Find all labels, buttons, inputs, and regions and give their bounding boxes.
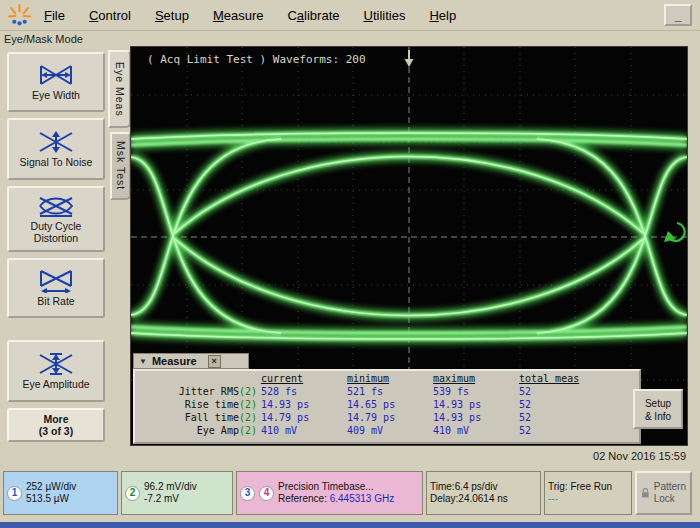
precision-timebase-status[interactable]: 3 4 Precision Timebase... Reference: 6.4…	[236, 471, 423, 515]
bit-rate-button[interactable]: Bit Rate	[7, 258, 105, 318]
setup-info-button[interactable]: Setup & Info	[633, 389, 683, 429]
close-icon[interactable]: ×	[208, 355, 221, 368]
channel2-offset: -7.2 mV	[144, 493, 197, 505]
signal-to-noise-label: Signal To Noise	[20, 157, 93, 169]
eye-width-icon	[36, 63, 76, 87]
reference-label: Reference:	[278, 493, 327, 504]
jitter-minimum: 521 fs	[345, 385, 431, 398]
table-row: Rise time(2) 14.93 ps 14.65 ps 14.93 ps …	[137, 398, 607, 411]
menu-measure[interactable]: Measure	[213, 8, 264, 23]
tab-msk-test-label: Msk Test	[115, 141, 127, 190]
eye-amplitude-label: Eye Amplitude	[22, 379, 89, 391]
minimize-button[interactable]: _	[664, 4, 692, 26]
more-button[interactable]: More (3 of 3)	[7, 408, 105, 442]
table-row: Fall time(2) 14.79 ps 14.79 ps 14.93 ps …	[137, 411, 607, 424]
channel1-scale: 252 µW/div	[26, 481, 76, 493]
eyeamp-current: 410 mV	[259, 424, 345, 437]
time-per-div: Time:6.4 ps/div	[430, 481, 508, 493]
measure-panel-title: Measure	[152, 355, 197, 367]
eye-width-button[interactable]: Eye Width	[7, 52, 105, 112]
duty-cycle-distortion-button[interactable]: Duty Cycle Distortion	[7, 186, 105, 252]
channel1-number-badge: 1	[7, 486, 22, 501]
rise-current: 14.93 ps	[259, 398, 345, 411]
collapse-icon[interactable]: ▼	[139, 357, 147, 366]
channel2-number-badge: 2	[125, 486, 140, 501]
fall-current: 14.79 ps	[259, 411, 345, 424]
row-label: Fall time	[185, 412, 239, 423]
signal-to-noise-button[interactable]: Signal To Noise	[7, 118, 105, 180]
trigger-mode: Trig: Free Run	[548, 481, 612, 493]
menu-bar: File Control Setup Measure Calibrate Uti…	[0, 0, 700, 31]
measure-panel: ▼ Measure × current minimum maximum tota…	[133, 353, 641, 444]
row-channel: (2)	[239, 399, 257, 410]
mode-label: Eye/Mask Mode	[4, 33, 83, 45]
datetime-display: 02 Nov 2016 15:59	[593, 450, 686, 462]
col-total-meas: total meas	[517, 372, 607, 385]
duty-cycle-distortion-label: Duty Cycle Distortion	[11, 221, 101, 244]
trigger-status[interactable]: Trig: Free Run ---	[544, 471, 632, 515]
measure-header-row: current minimum maximum total meas	[137, 372, 607, 385]
rise-minimum: 14.65 ps	[345, 398, 431, 411]
row-label: Jitter RMS	[179, 386, 239, 397]
menu-control[interactable]: Control	[89, 8, 131, 23]
setup-info-line2: & Info	[635, 410, 681, 423]
row-channel: (2)	[239, 425, 257, 436]
fall-maximum: 14.93 ps	[431, 411, 517, 424]
more-label: More	[9, 413, 103, 425]
window-frame-bottom	[0, 522, 700, 528]
channel2-status[interactable]: 2 96.2 mV/div -7.2 mV	[121, 471, 233, 515]
setup-info-line1: Setup	[635, 397, 681, 410]
lock-icon	[641, 486, 650, 500]
instrument-window: File Control Setup Measure Calibrate Uti…	[0, 0, 700, 528]
scope-display: ( Acq Limit Test ) Waveforms: 200 ▼ Meas…	[130, 46, 688, 446]
channel3-number-badge: 3	[240, 486, 255, 501]
fall-minimum: 14.79 ps	[345, 411, 431, 424]
tab-eye-meas[interactable]: Eye Meas	[108, 50, 131, 128]
row-label: Rise time	[185, 399, 239, 410]
eye-amplitude-icon	[36, 352, 76, 376]
trigger-marker-icon	[405, 50, 414, 67]
signal-to-noise-icon	[36, 130, 76, 154]
eyeamp-minimum: 409 mV	[345, 424, 431, 437]
row-channel: (2)	[239, 412, 257, 423]
col-maximum: maximum	[431, 372, 517, 385]
agilent-spark-logo-icon	[7, 3, 32, 28]
measure-results: current minimum maximum total meas Jitte…	[133, 369, 641, 444]
row-label: Eye Amp	[197, 425, 239, 436]
more-page-indicator: (3 of 3)	[9, 425, 103, 437]
menu-utilities[interactable]: Utilities	[364, 8, 406, 23]
menu-file[interactable]: File	[44, 8, 65, 23]
eye-width-label: Eye Width	[32, 90, 80, 102]
timebase-scale-status[interactable]: Time:6.4 ps/div Delay:24.0614 ns	[426, 471, 541, 515]
jitter-current: 528 fs	[259, 385, 345, 398]
pattern-lock-line2: Lock	[654, 493, 686, 505]
eyeamp-maximum: 410 mV	[431, 424, 517, 437]
menu-setup[interactable]: Setup	[155, 8, 189, 23]
trigger-detail: ---	[548, 493, 612, 505]
eye-amplitude-button[interactable]: Eye Amplitude	[7, 340, 105, 402]
timebase-title: Precision Timebase...	[278, 481, 394, 493]
rise-maximum: 14.93 ps	[431, 398, 517, 411]
menu-calibrate[interactable]: Calibrate	[287, 8, 339, 23]
tab-msk-test[interactable]: Msk Test	[110, 132, 131, 200]
table-row: Eye Amp(2) 410 mV 409 mV 410 mV 52	[137, 424, 607, 437]
marker-return-arrow-icon	[664, 223, 685, 242]
jitter-total: 52	[517, 385, 607, 398]
measure-panel-tab[interactable]: ▼ Measure ×	[133, 353, 249, 369]
table-row: Jitter RMS(2) 528 fs 521 fs 539 fs 52	[137, 385, 607, 398]
bit-rate-icon	[36, 269, 76, 293]
jitter-maximum: 539 fs	[431, 385, 517, 398]
channel1-status[interactable]: 1 252 µW/div 513.5 µW	[3, 471, 118, 515]
channel4-number-badge: 4	[259, 486, 274, 501]
tab-eye-meas-label: Eye Meas	[114, 62, 126, 117]
channel2-scale: 96.2 mV/div	[144, 481, 197, 493]
acq-limit-status: ( Acq Limit Test ) Waveforms: 200	[147, 53, 366, 66]
pattern-lock-button[interactable]: Pattern Lock	[635, 471, 692, 515]
col-current: current	[259, 372, 345, 385]
bit-rate-label: Bit Rate	[37, 296, 74, 308]
menu-help[interactable]: Help	[429, 8, 456, 23]
col-minimum: minimum	[345, 372, 431, 385]
delay-value: Delay:24.0614 ns	[430, 493, 508, 505]
channel1-offset: 513.5 µW	[26, 493, 76, 505]
fall-total: 52	[517, 411, 607, 424]
